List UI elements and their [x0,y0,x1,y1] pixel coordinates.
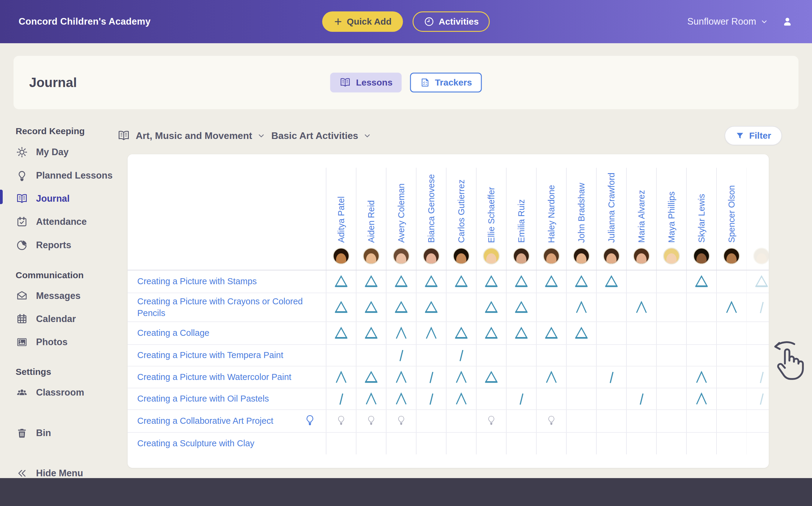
journal-cell[interactable] [746,270,769,292]
journal-cell[interactable] [416,270,446,292]
journal-cell[interactable] [626,433,656,454]
student-name[interactable]: Aditya Patel [337,196,346,243]
student-name[interactable]: Skylar Lewis [697,194,706,243]
journal-cell[interactable] [716,433,746,454]
journal-cell[interactable] [326,270,356,292]
activities-button[interactable]: Activities [413,11,490,32]
journal-cell[interactable] [326,366,356,388]
journal-cell[interactable] [506,433,536,454]
journal-cell[interactable] [476,410,506,432]
lesson-link[interactable]: Creating a Collaborative Art Project [137,415,273,427]
journal-cell[interactable] [356,345,386,366]
journal-cell[interactable] [566,270,596,292]
journal-cell[interactable] [746,322,769,344]
journal-cell[interactable] [506,388,536,409]
journal-cell[interactable] [386,322,416,344]
journal-cell[interactable] [596,388,626,409]
journal-cell[interactable] [716,366,746,388]
journal-cell[interactable] [416,388,446,409]
journal-cell[interactable] [446,322,476,344]
journal-cell[interactable] [626,410,656,432]
student-name[interactable]: Haley Nardone [547,185,556,243]
lesson-link[interactable]: Creating a Sculpture with Clay [137,438,254,449]
sidebar-item-planned-lessons[interactable]: Planned Lessons [16,164,117,187]
journal-cell[interactable] [416,366,446,388]
journal-cell[interactable] [476,388,506,409]
journal-cell[interactable] [386,270,416,292]
journal-cell[interactable] [596,410,626,432]
journal-cell[interactable] [506,366,536,388]
journal-cell[interactable] [536,322,566,344]
tab-lessons[interactable]: Lessons [330,73,401,92]
journal-cell[interactable] [416,345,446,366]
journal-cell[interactable] [536,345,566,366]
journal-cell[interactable] [686,345,716,366]
journal-cell[interactable] [716,410,746,432]
journal-cell[interactable] [686,366,716,388]
journal-cell[interactable] [326,410,356,432]
journal-cell[interactable] [716,345,746,366]
journal-cell[interactable] [656,410,686,432]
journal-cell[interactable] [416,322,446,344]
journal-cell[interactable] [746,433,769,454]
sidebar-item-photos[interactable]: Photos [16,331,117,353]
sidebar-item-calendar[interactable]: Calendar [16,307,117,331]
journal-cell[interactable] [746,293,769,321]
journal-cell[interactable] [656,388,686,409]
journal-cell[interactable] [446,366,476,388]
journal-cell[interactable] [356,270,386,292]
journal-cell[interactable] [446,410,476,432]
journal-cell[interactable] [686,270,716,292]
journal-cell[interactable] [656,366,686,388]
journal-cell[interactable] [716,270,746,292]
journal-cell[interactable] [386,293,416,321]
journal-cell[interactable] [716,322,746,344]
lesson-link[interactable]: Creating a Picture with Tempera Paint [137,349,283,361]
journal-cell[interactable] [386,433,416,454]
lesson-link[interactable]: Creating a Picture with Crayons or Color… [137,296,315,319]
journal-cell[interactable] [566,322,596,344]
journal-cell[interactable] [656,433,686,454]
journal-cell[interactable] [596,322,626,344]
lesson-link[interactable]: Creating a Picture with Stamps [137,275,257,287]
journal-cell[interactable] [356,410,386,432]
journal-cell[interactable] [476,322,506,344]
sidebar-item-classroom[interactable]: Classroom [16,381,117,404]
sidebar-item-reports[interactable]: Reports [16,234,117,257]
journal-cell[interactable] [536,293,566,321]
journal-cell[interactable] [566,433,596,454]
student-name[interactable]: Avery Coleman [397,183,406,243]
journal-cell[interactable] [626,293,656,321]
journal-cell[interactable] [656,322,686,344]
student-name[interactable]: Carlos Gutierrez [457,179,466,243]
sidebar-item-journal[interactable]: Journal [16,187,117,210]
journal-cell[interactable] [416,293,446,321]
journal-cell[interactable] [356,293,386,321]
journal-cell[interactable] [566,366,596,388]
lesson-link[interactable]: Creating a Collage [137,327,209,339]
journal-cell[interactable] [476,345,506,366]
journal-cell[interactable] [386,345,416,366]
user-icon[interactable] [782,16,793,28]
journal-cell[interactable] [686,322,716,344]
journal-cell[interactable] [386,366,416,388]
sidebar-item-attendance[interactable]: Attendance [16,210,117,234]
journal-cell[interactable] [746,410,769,432]
journal-cell[interactable] [626,345,656,366]
journal-cell[interactable] [446,270,476,292]
journal-cell[interactable] [416,433,446,454]
journal-cell[interactable] [596,345,626,366]
student-name[interactable]: Maria Alvarez [637,190,646,243]
journal-cell[interactable] [566,388,596,409]
journal-cell[interactable] [536,410,566,432]
journal-cell[interactable] [356,433,386,454]
student-name[interactable]: Maya Phillips [667,191,676,243]
tab-trackers[interactable]: Trackers [410,73,482,92]
journal-cell[interactable] [326,388,356,409]
room-switcher[interactable]: Sunflower Room [687,16,768,27]
journal-cell[interactable] [536,270,566,292]
student-name[interactable]: Julianna Crawford [607,173,616,243]
journal-cell[interactable] [716,388,746,409]
journal-cell[interactable] [506,345,536,366]
journal-cell[interactable] [326,433,356,454]
